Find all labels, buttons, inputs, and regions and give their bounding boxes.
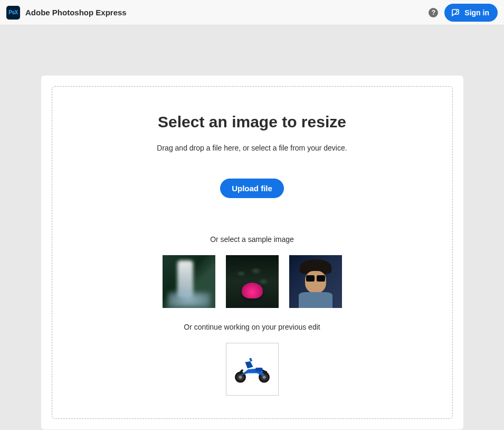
previous-section-label: Or continue working on your previous edi… [184,323,320,331]
upload-card: Select an image to resize Drag and drop … [41,76,463,429]
svg-rect-6 [255,368,263,372]
signin-label: Sign in [464,8,489,17]
app-header: PsX Adobe Photoshop Express ? Sign in [0,0,504,25]
upload-file-button[interactable]: Upload file [220,179,284,198]
main-area: Select an image to resize Drag and drop … [0,25,504,430]
previous-edit-thumbnail[interactable] [226,343,279,396]
dropzone[interactable]: Select an image to resize Drag and drop … [52,86,453,419]
app-logo-icon: PsX [6,6,20,20]
sample-image-portrait[interactable] [289,255,342,308]
help-icon[interactable]: ? [429,8,438,17]
sample-images-row [163,255,342,308]
sample-image-waterfall[interactable] [163,255,215,308]
sample-section-label: Or select a sample image [210,235,294,244]
page-subtitle: Drag and drop a file here, or select a f… [157,144,347,152]
sample-image-lotus[interactable] [226,255,279,308]
page-title: Select an image to resize [158,113,346,131]
header-left: PsX Adobe Photoshop Express [6,6,127,20]
app-title: Adobe Photoshop Express [25,8,127,17]
comment-icon [451,8,460,17]
header-right: ? Sign in [429,4,498,22]
signin-button[interactable]: Sign in [444,4,498,22]
svg-point-2 [239,376,242,379]
